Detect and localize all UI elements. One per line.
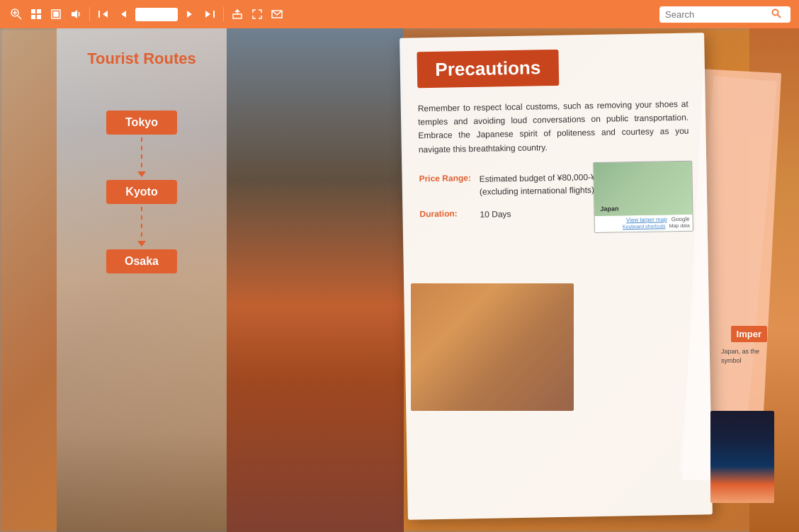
- route-osaka: Osaka: [106, 249, 177, 273]
- temple-photo: [227, 28, 404, 532]
- price-range-label: Price Range:: [419, 173, 479, 183]
- volume-icon[interactable]: [68, 6, 84, 22]
- route-kyoto: Kyoto: [106, 180, 177, 204]
- zoom-in-icon[interactable]: [8, 6, 24, 22]
- map-keyboard-shortcuts[interactable]: Keyboard shortcuts: [623, 223, 665, 229]
- precautions-body-text: Remember to respect local customs, such …: [418, 98, 689, 157]
- japan-map-label: Japan: [600, 205, 618, 212]
- search-box[interactable]: [659, 6, 790, 23]
- map-image: Japan: [594, 162, 692, 216]
- svg-marker-11: [103, 11, 108, 18]
- search-input[interactable]: [665, 9, 771, 20]
- svg-rect-5: [37, 9, 41, 13]
- arrow-head-2: [137, 241, 146, 247]
- duration-value: 10 Days: [480, 208, 511, 221]
- map-credit: Google: [672, 216, 690, 222]
- svg-line-22: [778, 15, 781, 18]
- city-night-photo: [710, 411, 774, 503]
- tourist-routes-title: Tourist Routes: [87, 50, 196, 68]
- export-icon[interactable]: [230, 6, 245, 22]
- last-page-icon[interactable]: [202, 6, 217, 22]
- separator-2: [223, 7, 224, 21]
- temple-gradient: [227, 28, 404, 532]
- duration-label: Duration:: [419, 208, 480, 219]
- map-controls: View larger map Google Keyboard shortcut…: [595, 215, 693, 232]
- search-icon[interactable]: [771, 9, 781, 21]
- svg-rect-9: [54, 12, 58, 16]
- route-arrow-1: [137, 137, 146, 177]
- next-page-icon[interactable]: [182, 6, 198, 22]
- arrow-head-1: [137, 171, 146, 177]
- precautions-panel: Precautions Remember to respect local cu…: [400, 33, 713, 519]
- japan-country-label: Japan: [598, 232, 690, 233]
- svg-rect-4: [31, 9, 35, 13]
- fullscreen-icon[interactable]: [249, 6, 265, 22]
- svg-point-21: [773, 9, 778, 15]
- prev-page-icon[interactable]: [115, 6, 131, 22]
- route-tokyo: Tokyo: [106, 111, 177, 135]
- page-indicator[interactable]: 2-3/10: [135, 8, 178, 21]
- svg-marker-14: [187, 11, 192, 18]
- route-arrow-2: [137, 207, 146, 247]
- tourist-routes-panel: Tourist Routes Tokyo Kyoto Osaka: [57, 28, 227, 532]
- svg-rect-7: [37, 15, 41, 19]
- map-data-label: Map data: [669, 223, 690, 229]
- side-description-text: Japan, as the symbol: [721, 347, 778, 365]
- page-fit-icon[interactable]: [48, 6, 64, 22]
- map-thumbnail[interactable]: Japan View larger map Google Keyboard sh…: [593, 161, 693, 233]
- first-page-icon[interactable]: [96, 6, 111, 22]
- precautions-title: Precautions: [416, 50, 559, 88]
- svg-marker-19: [234, 9, 240, 12]
- imperial-label: Imper: [731, 326, 767, 342]
- dashed-line-1: [141, 137, 142, 173]
- svg-line-1: [18, 16, 21, 19]
- main-content: Tourist Routes Tokyo Kyoto Osaka Imper J…: [0, 28, 799, 532]
- svg-rect-6: [31, 15, 35, 19]
- view-larger-map-link[interactable]: View larger map: [626, 216, 667, 223]
- mail-icon[interactable]: [269, 6, 285, 22]
- svg-marker-10: [72, 10, 77, 18]
- dashed-line-2: [141, 207, 142, 242]
- svg-marker-15: [205, 11, 210, 18]
- aerial-road-photo: [411, 283, 574, 411]
- separator: [89, 7, 90, 21]
- svg-marker-13: [121, 11, 126, 18]
- grid-icon[interactable]: [28, 6, 44, 22]
- toolbar: 2-3/10: [0, 0, 799, 28]
